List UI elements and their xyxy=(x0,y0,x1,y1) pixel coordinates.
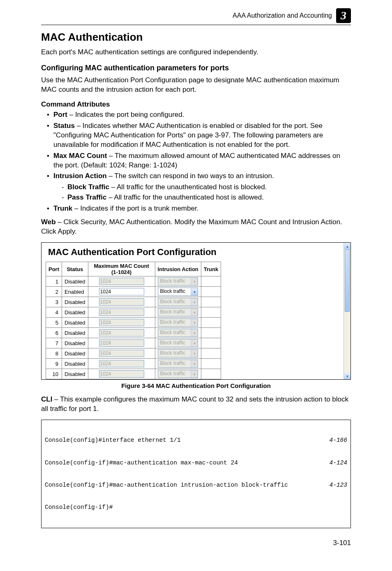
intro-paragraph: Each port's MAC authentication settings … xyxy=(41,48,351,57)
cell-port: 8 xyxy=(46,348,62,359)
cell-intrusion: Block traffic▾ xyxy=(155,369,201,379)
cell-status: Disabled xyxy=(62,359,88,369)
cell-maxmac xyxy=(88,287,155,297)
cell-status: Disabled xyxy=(62,307,88,318)
intrusion-action-select[interactable]: Block traffic▾ xyxy=(158,288,198,296)
subsection-title: Configuring MAC authentication parameter… xyxy=(41,64,351,72)
cell-maxmac xyxy=(88,369,155,379)
subsection-paragraph: Use the MAC Authentication Port Configur… xyxy=(41,76,351,95)
cli-example-box: Console(config)#interface ethernet 1/14-… xyxy=(41,420,351,528)
select-value: Block traffic xyxy=(158,278,191,285)
select-value: Block traffic xyxy=(158,288,191,295)
cell-port: 6 xyxy=(46,328,62,338)
cell-intrusion: Block traffic▾ xyxy=(155,287,201,297)
table-row: 8DisabledBlock traffic▾ xyxy=(46,348,221,359)
attr-desc: – Indicates whether MAC Authentication i… xyxy=(53,122,323,149)
chevron-down-icon: ▾ xyxy=(191,319,198,326)
cell-trunk xyxy=(201,287,221,297)
attr-desc: – The switch can respond in two ways to … xyxy=(107,172,274,180)
chevron-down-icon: ▾ xyxy=(191,288,198,295)
cell-intrusion: Block traffic▾ xyxy=(155,276,201,287)
cell-maxmac xyxy=(88,307,155,318)
cell-trunk xyxy=(201,328,221,338)
cell-status: Disabled xyxy=(62,328,88,338)
cell-maxmac xyxy=(88,359,155,369)
list-item: Max MAC Count – The maximum allowed amou… xyxy=(48,151,351,170)
cell-status: Disabled xyxy=(62,297,88,307)
attr-desc: – Indicates the port being configured. xyxy=(67,111,184,118)
table-row: 1DisabledBlock traffic▾ xyxy=(46,276,221,287)
chevron-down-icon: ▾ xyxy=(191,360,198,367)
maxmac-input xyxy=(99,350,144,357)
select-value: Block traffic xyxy=(158,339,191,347)
intrusion-action-select: Block traffic▾ xyxy=(158,360,198,368)
scroll-track[interactable] xyxy=(344,249,350,373)
scroll-up-button[interactable]: ▴ xyxy=(344,243,350,249)
cell-trunk xyxy=(201,318,221,328)
scroll-down-button[interactable]: ▾ xyxy=(344,373,350,379)
maxmac-input xyxy=(99,298,144,306)
figure-page-title: MAC Authentication Port Configuration xyxy=(48,247,341,258)
intrusion-action-select: Block traffic▾ xyxy=(158,329,198,337)
figure-screenshot: MAC Authentication Port Configuration Po… xyxy=(41,242,351,380)
cell-status: Disabled xyxy=(62,338,88,348)
cell-maxmac xyxy=(88,348,155,359)
intrusion-action-select: Block traffic▾ xyxy=(158,318,198,327)
sub-attribute-list: Block Traffic – All traffic for the unau… xyxy=(62,183,351,202)
chevron-down-icon: ▾ xyxy=(191,278,198,285)
cell-status: Disabled xyxy=(62,276,88,287)
vertical-scrollbar[interactable]: ▴ ▾ xyxy=(344,243,350,379)
select-value: Block traffic xyxy=(158,319,191,326)
list-item: Intrusion Action – The switch can respon… xyxy=(48,172,351,202)
header-divider xyxy=(41,25,351,25)
mac-port-config-table: Port Status Maximum MAC Count (1-1024) I… xyxy=(46,262,221,379)
table-row: 3DisabledBlock traffic▾ xyxy=(46,297,221,307)
cell-port: 9 xyxy=(46,359,62,369)
maxmac-input[interactable] xyxy=(99,288,144,295)
select-value: Block traffic xyxy=(158,309,191,316)
cell-intrusion: Block traffic▾ xyxy=(155,297,201,307)
select-value: Block traffic xyxy=(158,360,191,367)
attribute-list: Port – Indicates the port being configur… xyxy=(41,110,351,214)
attr-term: Trunk xyxy=(53,204,72,212)
cell-intrusion: Block traffic▾ xyxy=(155,318,201,328)
intrusion-action-select: Block traffic▾ xyxy=(158,349,198,357)
list-item: Block Traffic – All traffic for the unau… xyxy=(62,183,351,192)
intrusion-action-select: Block traffic▾ xyxy=(158,298,198,306)
cell-intrusion: Block traffic▾ xyxy=(155,348,201,359)
cli-line: Console(config-if)# xyxy=(45,504,347,511)
chevron-down-icon: ▾ xyxy=(191,339,198,347)
col-header-intrusion: Intrusion Action xyxy=(155,262,201,276)
cell-trunk xyxy=(201,369,221,379)
cell-maxmac xyxy=(88,276,155,287)
cell-trunk xyxy=(201,276,221,287)
attr-desc: – All traffic for the unauthenticated ho… xyxy=(106,193,263,201)
page-number: 3-101 xyxy=(41,539,351,547)
cell-trunk xyxy=(201,307,221,318)
cell-port: 1 xyxy=(46,276,62,287)
maxmac-input xyxy=(99,370,144,378)
cell-intrusion: Block traffic▾ xyxy=(155,359,201,369)
cell-port: 4 xyxy=(46,307,62,318)
scroll-thumb[interactable] xyxy=(345,249,350,312)
select-value: Block traffic xyxy=(158,329,191,337)
maxmac-input xyxy=(99,360,144,367)
chevron-down-icon: ▾ xyxy=(191,298,198,306)
cli-command: Console(config)#interface ethernet 1/1 xyxy=(45,436,181,444)
attr-term: Port xyxy=(53,111,67,118)
table-row: 9DisabledBlock traffic▾ xyxy=(46,359,221,369)
cell-trunk xyxy=(201,348,221,359)
cli-command: Console(config-if)#mac-authentication in… xyxy=(45,481,288,489)
select-value: Block traffic xyxy=(158,298,191,306)
web-rest: – Click Security, MAC Authentication. Mo… xyxy=(41,218,342,235)
list-item: Status – Indicates whether MAC Authentic… xyxy=(48,121,351,150)
cell-status: Disabled xyxy=(62,348,88,359)
attr-term: Intrusion Action xyxy=(53,172,107,180)
chevron-up-icon: ▴ xyxy=(346,244,348,248)
attr-term: Max MAC Count xyxy=(53,152,107,160)
cli-ref: 4-166 xyxy=(329,436,347,444)
intrusion-action-select: Block traffic▾ xyxy=(158,370,198,378)
chevron-down-icon: ▾ xyxy=(191,370,198,378)
cell-trunk xyxy=(201,338,221,348)
command-attributes-heading: Command Attributes xyxy=(41,100,351,109)
